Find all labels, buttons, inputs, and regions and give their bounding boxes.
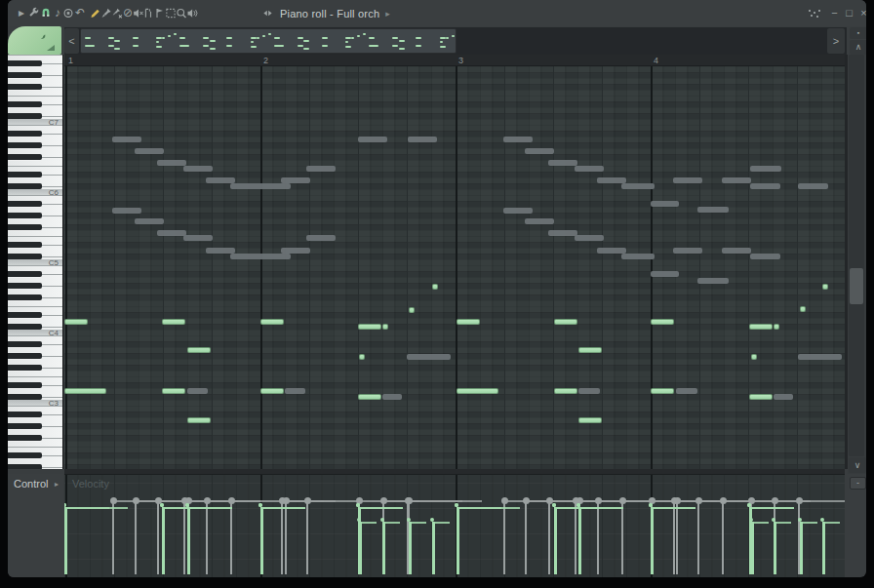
velocity-stem[interactable] — [112, 500, 114, 574]
note-ghost[interactable] — [135, 218, 164, 224]
note-green[interactable] — [409, 307, 415, 313]
velocity-stem[interactable] — [578, 507, 581, 574]
velocity-marker[interactable] — [110, 497, 117, 504]
note-green[interactable] — [774, 324, 779, 330]
maximize-button[interactable]: □ — [843, 6, 855, 20]
velocity-stem[interactable] — [697, 500, 699, 574]
note-ghost[interactable] — [651, 271, 679, 277]
black-key[interactable] — [8, 154, 42, 160]
note-ghost[interactable] — [750, 254, 780, 259]
note-ghost[interactable] — [503, 137, 533, 142]
snap-magnet-icon[interactable] — [40, 6, 52, 20]
velocity-stem[interactable] — [183, 500, 185, 574]
note-green[interactable] — [800, 306, 806, 312]
note-green[interactable] — [578, 347, 602, 353]
note-ghost[interactable] — [798, 183, 828, 189]
timeline[interactable]: 1234 — [64, 55, 845, 66]
note-ghost[interactable] — [575, 166, 604, 172]
note-green[interactable] — [162, 388, 185, 394]
black-key[interactable] — [8, 312, 42, 318]
note-ghost[interactable] — [285, 388, 305, 394]
velocity-stem[interactable] — [230, 500, 232, 574]
vertical-scrollbar-thumb[interactable] — [850, 268, 863, 304]
note-ghost[interactable] — [157, 230, 186, 236]
note-ghost[interactable] — [407, 354, 451, 360]
velocity-marker[interactable] — [133, 497, 139, 504]
note-green[interactable] — [822, 284, 828, 290]
black-key[interactable] — [8, 464, 42, 469]
black-key[interactable] — [8, 101, 42, 107]
title-arrow-icon[interactable]: ▸ — [385, 9, 390, 19]
note-green[interactable] — [359, 354, 365, 360]
note-ghost[interactable] — [112, 137, 141, 142]
piano-octave[interactable] — [8, 55, 63, 119]
velocity-stem[interactable] — [673, 500, 675, 574]
black-key[interactable] — [8, 382, 42, 388]
black-key[interactable] — [8, 172, 42, 177]
scroll-left-button[interactable]: < — [64, 28, 79, 54]
black-key[interactable] — [8, 213, 42, 218]
velocity-marker[interactable] — [304, 497, 311, 504]
note-ghost[interactable] — [157, 160, 186, 166]
note-green[interactable] — [554, 388, 577, 394]
velocity-marker[interactable] — [501, 497, 508, 504]
note-green[interactable] — [64, 319, 88, 325]
velocity-stem[interactable] — [749, 507, 752, 574]
note-ghost[interactable] — [621, 254, 655, 259]
velocity-stem[interactable] — [651, 507, 654, 574]
black-key[interactable] — [8, 452, 42, 458]
note-ghost[interactable] — [722, 177, 751, 183]
velocity-stem[interactable] — [382, 522, 385, 574]
black-key[interactable] — [8, 353, 42, 359]
note-ghost[interactable] — [525, 148, 554, 154]
note-green[interactable] — [651, 319, 674, 325]
velocity-stem[interactable] — [800, 522, 803, 574]
note-ghost[interactable] — [697, 278, 729, 284]
black-key[interactable] — [8, 283, 42, 289]
note-green[interactable] — [260, 319, 284, 325]
velocity-stem[interactable] — [676, 500, 678, 574]
velocity-stem[interactable] — [306, 500, 308, 574]
note-ghost[interactable] — [306, 166, 336, 172]
note-ghost[interactable] — [750, 183, 780, 189]
velocity-stem[interactable] — [722, 500, 724, 574]
velocity-parameter-label[interactable]: Velocity — [72, 478, 109, 490]
black-key[interactable] — [8, 242, 42, 248]
velocity-stem[interactable] — [774, 522, 776, 574]
black-key[interactable] — [8, 131, 42, 137]
velocity-marker[interactable] — [796, 497, 803, 504]
note-ghost[interactable] — [798, 354, 842, 360]
note-ghost[interactable] — [358, 137, 387, 142]
black-key[interactable] — [8, 84, 42, 90]
velocity-stem[interactable] — [575, 500, 576, 574]
scroll-right-button[interactable]: > — [827, 28, 845, 54]
note-ghost[interactable] — [722, 248, 751, 254]
note-green[interactable] — [162, 319, 185, 325]
note-green[interactable] — [651, 388, 674, 394]
black-key[interactable] — [8, 423, 42, 429]
note-grid[interactable] — [64, 66, 845, 469]
scrollbar-thumb-preview[interactable] — [80, 28, 457, 54]
piano-roll-corner-widget[interactable] — [8, 26, 61, 55]
velocity-stem[interactable] — [457, 507, 459, 574]
velocity-stem[interactable] — [554, 507, 557, 574]
note-ghost[interactable] — [408, 137, 437, 142]
note-green[interactable] — [358, 394, 381, 400]
velocity-stem[interactable] — [432, 522, 435, 574]
note-green[interactable] — [457, 388, 498, 394]
vertical-scrollbar-track[interactable] — [849, 55, 864, 456]
black-key[interactable] — [8, 60, 42, 66]
lane-collapse-button[interactable]: - — [850, 477, 866, 490]
note-ghost[interactable] — [112, 208, 141, 214]
black-key[interactable] — [8, 72, 42, 78]
velocity-stem[interactable] — [260, 507, 263, 574]
note-green[interactable] — [187, 417, 211, 423]
note-green[interactable] — [554, 319, 577, 325]
velocity-stem[interactable] — [187, 507, 190, 574]
velocity-marker[interactable] — [619, 497, 626, 504]
note-ghost[interactable] — [135, 148, 164, 154]
note-green[interactable] — [432, 284, 438, 290]
title-block[interactable]: Piano roll - Full orch ▸ — [261, 5, 390, 21]
velocity-stem[interactable] — [621, 500, 623, 574]
velocity-marker[interactable] — [204, 497, 211, 504]
